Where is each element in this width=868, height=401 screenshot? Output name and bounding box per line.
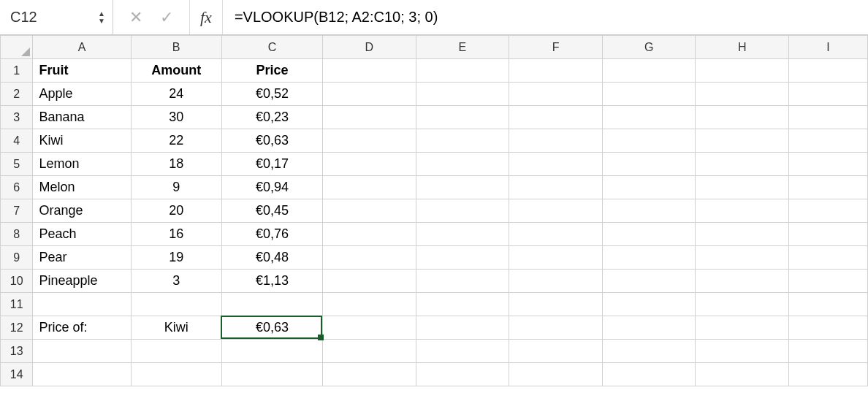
cell-A1[interactable]: Fruit [33,59,131,83]
cell-E10[interactable] [416,270,509,293]
cell-D10[interactable] [323,270,416,293]
cell-C10[interactable]: €1,13 [221,270,322,293]
cell-D8[interactable] [323,223,416,246]
cell-E12[interactable] [416,316,509,340]
cell-D5[interactable] [323,153,416,176]
cell-G7[interactable] [602,199,696,223]
cell-B14[interactable] [131,363,221,386]
cell-F11[interactable] [509,293,603,316]
cell-H1[interactable] [696,59,789,83]
cell-I12[interactable] [788,316,867,340]
cell-A9[interactable]: Pear [33,246,131,270]
cell-H8[interactable] [696,223,789,246]
cell-G14[interactable] [602,363,696,386]
cell-E3[interactable] [416,106,509,129]
cell-E4[interactable] [416,129,509,153]
cell-G5[interactable] [602,153,696,176]
cell-C8[interactable]: €0,76 [221,223,322,246]
cell-C1[interactable]: Price [221,59,322,83]
cell-F7[interactable] [509,199,603,223]
cell-I3[interactable] [788,106,867,129]
cell-H6[interactable] [696,176,789,199]
cell-E5[interactable] [416,153,509,176]
row-header-13[interactable]: 13 [1,340,33,363]
cell-B6[interactable]: 9 [131,176,221,199]
cell-C13[interactable] [221,340,322,363]
stepper-down-icon[interactable]: ▼ [98,18,105,24]
cell-G4[interactable] [602,129,696,153]
cell-C5[interactable]: €0,17 [221,153,322,176]
cell-B7[interactable]: 20 [131,199,221,223]
cell-E6[interactable] [416,176,509,199]
cell-G13[interactable] [602,340,696,363]
cell-F3[interactable] [509,106,603,129]
cell-F14[interactable] [509,363,603,386]
cell-A5[interactable]: Lemon [33,153,131,176]
cell-D7[interactable] [323,199,416,223]
cell-D3[interactable] [323,106,416,129]
column-header-C[interactable]: C [221,36,322,59]
row-header-8[interactable]: 8 [1,223,33,246]
cell-G9[interactable] [602,246,696,270]
cell-A11[interactable] [33,293,131,316]
cell-I7[interactable] [788,199,867,223]
name-box[interactable]: C12 [10,9,98,26]
cell-G2[interactable] [602,83,696,106]
cell-C2[interactable]: €0,52 [221,83,322,106]
cell-A7[interactable]: Orange [33,199,131,223]
row-header-4[interactable]: 4 [1,129,33,153]
cell-C4[interactable]: €0,63 [221,129,322,153]
cell-I5[interactable] [788,153,867,176]
cell-B12[interactable]: Kiwi [131,316,221,340]
fx-label[interactable]: fx [190,0,223,34]
cell-G1[interactable] [602,59,696,83]
cell-F13[interactable] [509,340,603,363]
cell-G3[interactable] [602,106,696,129]
column-header-B[interactable]: B [131,36,221,59]
cell-F1[interactable] [509,59,603,83]
cell-A6[interactable]: Melon [33,176,131,199]
cell-A8[interactable]: Peach [33,223,131,246]
cell-I8[interactable] [788,223,867,246]
cell-B5[interactable]: 18 [131,153,221,176]
cell-A3[interactable]: Banana [33,106,131,129]
cell-B8[interactable]: 16 [131,223,221,246]
cell-G6[interactable] [602,176,696,199]
column-header-G[interactable]: G [602,36,696,59]
cell-C9[interactable]: €0,48 [221,246,322,270]
cell-C7[interactable]: €0,45 [221,199,322,223]
cell-C12[interactable]: €0,63 [221,316,322,340]
row-header-9[interactable]: 9 [1,246,33,270]
cell-E14[interactable] [416,363,509,386]
row-header-10[interactable]: 10 [1,270,33,293]
column-header-E[interactable]: E [416,36,509,59]
cell-F5[interactable] [509,153,603,176]
cell-I9[interactable] [788,246,867,270]
cell-E2[interactable] [416,83,509,106]
name-box-stepper[interactable]: ▲ ▼ [98,11,105,24]
cell-A4[interactable]: Kiwi [33,129,131,153]
cell-B13[interactable] [131,340,221,363]
row-header-6[interactable]: 6 [1,176,33,199]
column-header-H[interactable]: H [696,36,789,59]
cell-H14[interactable] [696,363,789,386]
cell-E8[interactable] [416,223,509,246]
cell-H13[interactable] [696,340,789,363]
stepper-up-icon[interactable]: ▲ [98,11,105,17]
cell-H4[interactable] [696,129,789,153]
cell-F12[interactable] [509,316,603,340]
cell-D12[interactable] [323,316,416,340]
cell-E1[interactable] [416,59,509,83]
cell-A10[interactable]: Pineapple [33,270,131,293]
cell-D6[interactable] [323,176,416,199]
cell-D11[interactable] [323,293,416,316]
cell-I2[interactable] [788,83,867,106]
cell-E7[interactable] [416,199,509,223]
cell-C14[interactable] [221,363,322,386]
column-header-D[interactable]: D [323,36,416,59]
cell-H9[interactable] [696,246,789,270]
cell-F10[interactable] [509,270,603,293]
column-header-I[interactable]: I [788,36,867,59]
cell-B10[interactable]: 3 [131,270,221,293]
row-header-1[interactable]: 1 [1,59,33,83]
